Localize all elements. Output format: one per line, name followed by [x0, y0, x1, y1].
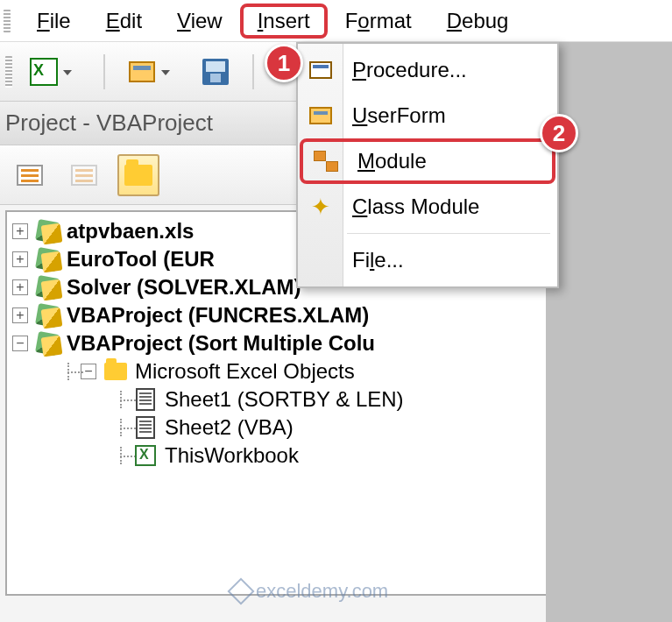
view-object-button[interactable] [63, 154, 105, 196]
tree-label: VBAProject (FUNCRES.XLAM) [67, 303, 369, 328]
menu-edit[interactable]: Edit [88, 4, 159, 39]
project-panel-title: Project - VBAProject [5, 110, 213, 137]
module-icon [312, 147, 340, 175]
vba-project-icon [35, 303, 60, 328]
toggle-folders-button[interactable] [117, 154, 159, 196]
callout-badge-2: 2 [540, 114, 578, 152]
worksheet-icon [133, 415, 158, 440]
tree-label: EuroTool (EUR [67, 247, 215, 272]
dropdown-separator [347, 233, 550, 234]
save-icon [202, 59, 229, 85]
excel-icon [30, 58, 58, 86]
worksheet-icon [133, 387, 158, 412]
menubar-grip-icon [4, 10, 11, 32]
tree-label: atpvbaen.xls [67, 219, 194, 244]
watermark: exceldemy.com [231, 580, 388, 603]
menu-debug[interactable]: Debug [429, 4, 527, 39]
folder-open-icon [103, 359, 128, 384]
expander-minus-icon[interactable]: − [12, 336, 28, 351]
vba-project-icon [35, 247, 60, 272]
menu-item-file[interactable]: File... [298, 237, 557, 283]
menu-file[interactable]: File [19, 4, 88, 39]
tree-label: VBAProject (Sort Multiple Colu [67, 331, 375, 356]
toolbar-separator [252, 54, 254, 89]
menu-item-procedure[interactable]: Procedure... [298, 47, 557, 93]
insert-object-button[interactable] [123, 53, 161, 91]
watermark-text: exceldemy.com [256, 580, 388, 603]
menu-insert[interactable]: Insert [240, 4, 328, 39]
tree-label: Microsoft Excel Objects [135, 359, 355, 384]
toolbar-separator [103, 54, 105, 89]
toolbar-grip-icon [5, 56, 12, 88]
form-icon [129, 61, 155, 82]
vba-project-icon [35, 331, 60, 356]
tree-label: Solver (SOLVER.XLAM) [67, 275, 301, 300]
vba-project-icon [35, 219, 60, 244]
expander-plus-icon[interactable]: + [12, 223, 28, 239]
folder-icon [124, 165, 152, 186]
procedure-icon [307, 56, 335, 84]
expander-plus-icon[interactable]: + [12, 307, 28, 323]
tree-label: Sheet1 (SORTBY & LEN) [165, 387, 404, 412]
menu-format[interactable]: Format [328, 4, 429, 39]
class-module-icon: ✦ [307, 193, 335, 221]
userform-icon [307, 102, 335, 130]
expander-plus-icon[interactable]: + [12, 251, 28, 267]
callout-badge-1: 1 [265, 44, 303, 82]
excel-view-button[interactable] [25, 53, 63, 91]
tree-label: ThisWorkbook [165, 443, 299, 468]
expander-plus-icon[interactable]: + [12, 279, 28, 295]
save-button[interactable] [196, 53, 235, 91]
workbook-icon [133, 443, 158, 468]
vba-project-icon [35, 275, 60, 300]
menu-item-userform[interactable]: UserForm [298, 93, 557, 138]
menu-view[interactable]: View [159, 4, 240, 39]
menu-item-module[interactable]: Module [300, 138, 555, 184]
list-icon [71, 165, 97, 186]
list-icon [17, 165, 43, 186]
watermark-icon [227, 577, 254, 604]
insert-menu-dropdown: Procedure... UserForm Module ✦ Class Mod… [296, 42, 559, 288]
view-code-button[interactable] [9, 154, 51, 196]
menu-item-class-module[interactable]: ✦ Class Module [298, 184, 557, 230]
tree-label: Sheet2 (VBA) [165, 415, 294, 440]
menubar: File Edit View Insert Format Debug [0, 0, 672, 42]
